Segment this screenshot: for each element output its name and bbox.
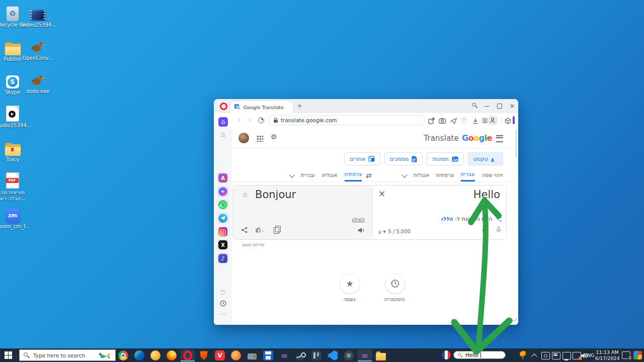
taskbar-app-visual-studio[interactable]: ∞ bbox=[277, 349, 291, 361]
telegram-icon[interactable] bbox=[218, 214, 227, 223]
french-flag-language-icon[interactable] bbox=[442, 350, 451, 359]
settings-gear-icon[interactable]: ⚙ bbox=[271, 133, 277, 141]
bookmark-star-icon[interactable]: ☆ bbox=[218, 130, 227, 139]
mode-images-button[interactable]: תמונות bbox=[427, 152, 463, 165]
taskbar-clock[interactable]: 11:13 AM 6/17/2024 bbox=[595, 349, 619, 361]
tray-search-input[interactable]: Hello bbox=[453, 351, 506, 359]
snapshot-camera-icon[interactable] bbox=[438, 117, 446, 125]
page-scrollbar[interactable] bbox=[515, 129, 517, 157]
hidden-icons-chevron[interactable] bbox=[531, 353, 537, 359]
extensions-cube-icon[interactable] bbox=[504, 117, 512, 125]
mode-text-button[interactable]: אA טקסט bbox=[468, 152, 503, 165]
account-avatar[interactable] bbox=[238, 133, 249, 143]
tab-target-french[interactable]: צרפתית bbox=[345, 171, 362, 182]
tray-color-app-icon[interactable] bbox=[633, 351, 642, 359]
share-translation-icon[interactable] bbox=[241, 226, 248, 235]
swap-languages-icon[interactable]: ⇄ bbox=[366, 171, 372, 179]
source-text-panel[interactable]: Hello × האם התכוונת ל: הללו ע ▾ 5 / 5,00… bbox=[372, 186, 506, 239]
taskbar-app-firefox[interactable] bbox=[165, 349, 179, 361]
tray-app-window-icon[interactable] bbox=[541, 352, 550, 359]
tiktok-icon[interactable]: ♪ bbox=[218, 254, 227, 263]
new-tab-button[interactable]: + bbox=[296, 103, 303, 110]
reload-button[interactable] bbox=[258, 117, 264, 123]
tab-target-hebrew[interactable]: עברית bbox=[301, 172, 315, 181]
taskbar-app-brave[interactable] bbox=[197, 349, 211, 361]
tab-search-icon[interactable] bbox=[470, 102, 478, 110]
share-page-icon[interactable] bbox=[427, 117, 435, 125]
download-icon[interactable] bbox=[471, 117, 479, 125]
back-button[interactable]: ‹ bbox=[235, 116, 243, 124]
bookmark-heart-icon[interactable]: ♡ bbox=[460, 117, 468, 125]
tab-source-french[interactable]: צרפתית bbox=[436, 172, 454, 181]
home-button[interactable]: ⌂ bbox=[218, 117, 228, 127]
flower-tray-icon[interactable] bbox=[519, 351, 527, 359]
save-translation-star-icon[interactable]: ☆ bbox=[242, 191, 249, 199]
send-flow-icon[interactable] bbox=[449, 117, 457, 125]
aria-ai-icon[interactable]: A bbox=[218, 173, 227, 183]
desktop-icon-dodo-exe[interactable]: dodo.exe bbox=[22, 70, 54, 95]
desktop-icon-pdf[interactable]: PDF מוריציה מה ...קבלה רוצ bbox=[0, 171, 29, 202]
instagram-icon[interactable] bbox=[218, 227, 227, 236]
desktop-icon-openconv[interactable]: OpenConv... bbox=[22, 37, 54, 61]
input-tools-button[interactable]: ע ▾ bbox=[378, 229, 385, 234]
sidebar-heart-icon[interactable]: ♡ bbox=[218, 288, 227, 297]
taskbar-app-edge[interactable] bbox=[132, 349, 146, 361]
browser-tab[interactable]: Google Translate bbox=[230, 101, 293, 113]
opera-menu-icon[interactable] bbox=[220, 103, 227, 110]
taskbar-app-vscode[interactable] bbox=[326, 349, 340, 361]
taskbar-app-steam[interactable] bbox=[293, 349, 307, 361]
taskbar-app-vivaldi[interactable]: V bbox=[213, 349, 227, 361]
desktop-icon-tracy[interactable]: Tracy bbox=[0, 139, 29, 163]
mode-websites-button[interactable]: אתרים bbox=[344, 152, 380, 165]
dictionary-link[interactable]: למילון bbox=[352, 217, 365, 222]
desktop-icon-zoom[interactable]: zm Zoom_cm_f... bbox=[0, 206, 29, 230]
did-you-mean-link[interactable]: הללו bbox=[441, 216, 453, 222]
listen-result-icon[interactable] bbox=[358, 226, 365, 235]
desktop-icon-video-file[interactable]: video25394... bbox=[22, 4, 54, 28]
forward-button[interactable]: › bbox=[246, 116, 254, 124]
send-feedback-link[interactable]: שליחת משוב bbox=[242, 242, 265, 247]
maximize-button[interactable] bbox=[496, 102, 504, 110]
tray-network-icon[interactable] bbox=[562, 352, 571, 359]
address-bar[interactable]: translate.google.com bbox=[268, 115, 425, 125]
sidebar-more-icon[interactable]: ··· bbox=[218, 309, 227, 318]
tray-display-icon[interactable] bbox=[573, 352, 581, 359]
history-button[interactable] bbox=[385, 274, 405, 294]
x-twitter-icon[interactable]: X bbox=[218, 240, 227, 249]
taskbar-app-chrome[interactable] bbox=[116, 349, 130, 361]
more-source-languages-icon[interactable] bbox=[402, 172, 408, 177]
messenger-icon[interactable] bbox=[218, 187, 227, 196]
taskbar-app-opera[interactable] bbox=[181, 349, 195, 361]
taskbar-app-dark-tiles[interactable] bbox=[309, 349, 324, 361]
tray-keyboard-icon[interactable] bbox=[552, 352, 560, 359]
saved-button[interactable]: ★ bbox=[340, 274, 360, 294]
source-text[interactable]: Hello bbox=[473, 189, 500, 201]
taskbar-search-input[interactable]: Type here to search bbox=[19, 349, 116, 361]
sidebar-panel-toggle[interactable] bbox=[513, 116, 515, 124]
minimize-button[interactable] bbox=[483, 102, 491, 110]
taskbar-app-palemoon[interactable] bbox=[229, 349, 243, 361]
tab-source-english[interactable]: אנגלית bbox=[414, 172, 429, 181]
taskbar-app-dark[interactable] bbox=[342, 349, 356, 361]
taskbar-app-chromium[interactable] bbox=[148, 349, 163, 361]
clear-source-icon[interactable]: × bbox=[378, 190, 385, 198]
notification-center-icon[interactable]: 2 bbox=[622, 351, 630, 359]
mode-documents-button[interactable]: מסמכים bbox=[384, 152, 423, 165]
close-button[interactable]: × bbox=[508, 102, 516, 110]
whatsapp-icon[interactable] bbox=[218, 200, 227, 209]
google-apps-grid-icon[interactable] bbox=[257, 135, 263, 142]
taskbar-app-floppy-save[interactable] bbox=[261, 349, 275, 361]
sidebar-history-icon[interactable] bbox=[218, 299, 227, 308]
rate-translation-icon[interactable] bbox=[256, 226, 264, 235]
tab-target-english[interactable]: אנגלית bbox=[322, 172, 338, 181]
listen-source-icon[interactable] bbox=[482, 226, 489, 235]
start-button[interactable] bbox=[5, 351, 12, 359]
tab-detect-language[interactable]: זיהוי שפה bbox=[482, 172, 503, 181]
microphone-icon[interactable] bbox=[496, 226, 501, 235]
keyboard-language-indicator[interactable]: ENG bbox=[584, 352, 594, 358]
taskbar-app-camera-recorder[interactable] bbox=[245, 349, 259, 361]
desktop-icon-audio-file[interactable]: audio15394... bbox=[0, 105, 29, 129]
taskbar-app-visual-studio-2[interactable]: ∞ bbox=[358, 349, 372, 361]
taskbar-app-file-explorer[interactable] bbox=[374, 349, 388, 361]
main-menu-icon[interactable] bbox=[496, 135, 503, 142]
